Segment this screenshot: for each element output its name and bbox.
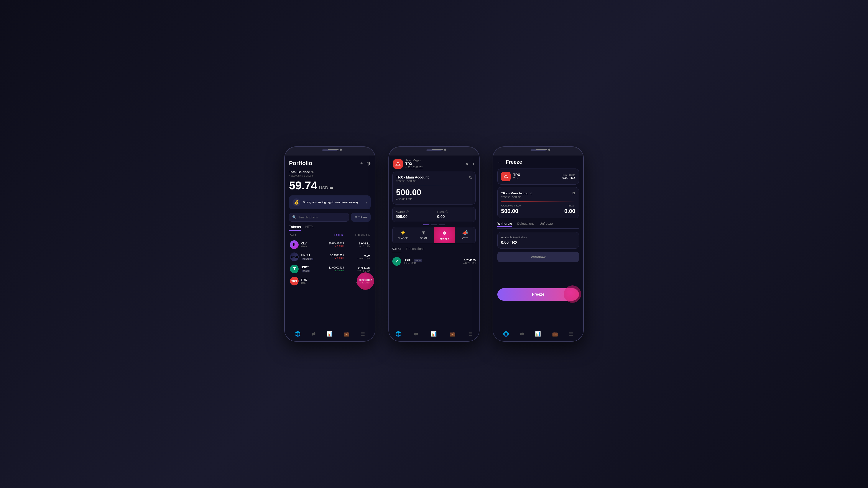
nav-chart-2[interactable]: 📊 (431, 331, 437, 337)
tab-coins[interactable]: Coins (392, 247, 401, 252)
token-row-trx[interactable]: TRX TRX Tron 500.00 = 50.80 USD $0.10161… (289, 275, 371, 287)
nav-wallet-3[interactable]: 💼 (552, 331, 558, 337)
slide-dot-1 (423, 225, 429, 225)
usdt-value-col: 0.754125 = 0.75 USD (344, 266, 370, 272)
freeze-top-card: TRX Tron Total Frozen 0.00 TRX (497, 168, 579, 185)
oneinch-logo: 1INCH (290, 253, 299, 261)
nav-menu-2[interactable]: ☰ (468, 331, 473, 337)
freeze-cta: Freeze (497, 288, 579, 301)
oneinch-info: 1INCH POLYGON (301, 253, 318, 260)
token-row-usdt[interactable]: ₮ USDT TRC20 $1.00002914 ▲ 0.58% 0.75412… (289, 263, 371, 275)
th-price[interactable]: Price ⇅ (317, 233, 343, 236)
th-name[interactable]: A/Z ↕ (290, 233, 317, 236)
coin-tabs-row: Coins Transactions (389, 247, 479, 252)
oneinch-value-col: 0.00 = 0.00 USD (344, 254, 370, 260)
back-button[interactable]: ← (497, 159, 502, 165)
search-icon: 🔍 (292, 215, 297, 219)
trx-header-info: Select Crypto TRX ≈ $0.10161262 (405, 159, 463, 169)
scan-label: SCAN (420, 237, 427, 239)
trx-header-logo (393, 159, 403, 169)
usdt-value-usd: = 0.75 USD (344, 269, 370, 272)
freeze-screen: ← Freeze TRX Tron Total Frozen (493, 156, 583, 341)
trx-action-bar: ⚡ CHARGE ⊞ SCAN ❄ FREEZE 📣 VOTE (392, 227, 476, 243)
freeze-acc-header: TRX - Main Account ⧉ (501, 191, 575, 195)
copy-icon-trx[interactable]: ⧉ (469, 175, 472, 180)
freeze-acc-addr: TBSD95...5CHnSP (501, 196, 575, 198)
klv-price-col: $0.00420879 ▼ 3.85% (318, 242, 344, 248)
copy-icon-freeze[interactable]: ⧉ (572, 191, 575, 195)
trx-sub: Tron (301, 282, 328, 284)
freeze-acc-title: TRX - Main Account (501, 191, 532, 195)
th-value[interactable]: Flat Value ⇅ (343, 233, 370, 236)
search-box[interactable]: 🔍 (289, 213, 349, 222)
info-icon-frozen: ⓘ (445, 210, 448, 214)
balance-edit-icon[interactable]: ✎ (311, 170, 314, 174)
status-dot-1 (340, 149, 342, 151)
nav-home-1[interactable]: 🌐 (295, 331, 301, 337)
info-icon-available: ⓘ (406, 210, 409, 214)
nav-menu-1[interactable]: ☰ (361, 331, 365, 337)
nav-chart-1[interactable]: 📊 (327, 331, 333, 337)
token-row-klv[interactable]: K KLV Klever $0.00420879 ▼ 3.85% 1,944.1… (289, 238, 371, 251)
trx-card-amount: 500.00 (396, 188, 472, 197)
status-bar-3 (521, 149, 556, 151)
klv-value-col: 1,944.11 = 8.18 USD (344, 242, 370, 248)
klv-value-usd: = 8.18 USD (344, 245, 370, 248)
freeze-top-info: TRX Tron (513, 173, 559, 180)
notch-2 (416, 147, 452, 153)
tokens-btn[interactable]: ⊞ Tokens (351, 213, 371, 222)
tab-withdraw[interactable]: Withdraw (497, 222, 512, 227)
freeze-icon: ❄ (442, 230, 447, 237)
trx-card-title: TRX - Main Account (396, 175, 429, 180)
nav-swap-2[interactable]: ⇄ (414, 331, 418, 337)
tab-tokens[interactable]: Tokens (289, 225, 301, 231)
nav-menu-3[interactable]: ☰ (569, 331, 573, 337)
withdraw-button[interactable]: Withdraw (497, 252, 579, 262)
tab-unfreeze[interactable]: Unfreeze (540, 222, 553, 227)
freeze-btn[interactable]: ❄ FREEZE (434, 227, 455, 243)
nav-chart-3[interactable]: 📊 (535, 331, 541, 337)
usdt-val-main: 0.754125 (463, 259, 476, 262)
status-dot-3 (548, 149, 550, 151)
vote-btn[interactable]: 📣 VOTE (455, 227, 476, 243)
chevron-down-icon[interactable]: ∨ (465, 161, 469, 167)
trx-header-name: TRX (405, 162, 463, 166)
usdt-logo: ₮ (290, 265, 299, 273)
tab-transactions[interactable]: Transactions (406, 247, 424, 252)
scan-btn[interactable]: ⊞ SCAN (413, 227, 434, 243)
trx-svg-icon (395, 161, 401, 167)
usdt-price-col: $1.00002914 ▲ 0.58% (318, 266, 344, 272)
search-row: 🔍 ⊞ Tokens (289, 213, 371, 222)
freeze-amounts: Available to freeze 500.00 Frozen 0.00 (501, 204, 575, 215)
balance-value: 59.74 (289, 179, 317, 192)
pie-icon[interactable]: ◑ (367, 161, 371, 166)
charge-btn[interactable]: ⚡ CHARGE (392, 227, 413, 243)
search-input[interactable] (299, 216, 346, 219)
withdraw-label: Available to withdraw (501, 236, 575, 239)
usdt-value: 0.754125 (344, 266, 370, 269)
status-bar-2 (416, 149, 452, 151)
status-center-1 (328, 149, 342, 151)
nav-home-3[interactable]: 🌐 (503, 331, 509, 337)
promo-banner[interactable]: 💰 Buying and selling crypto was never so… (289, 195, 371, 209)
usdt-name: USDT TRC20 (301, 265, 318, 272)
usdt-coin-name: USDT TRC20 (404, 258, 461, 262)
add-icon-trx[interactable]: + (472, 162, 475, 167)
status-pill-1 (328, 149, 339, 150)
total-balance-label: Total Balance ✎ (289, 170, 371, 174)
nav-home-2[interactable]: 🌐 (395, 331, 401, 337)
vote-icon: 📣 (462, 230, 468, 235)
tab-delegations[interactable]: Delegations (517, 222, 534, 227)
bottom-nav-2: 🌐 ⇄ 📊 💼 ☰ (389, 328, 479, 341)
trx-bubble-price: $0.10161262 (359, 279, 372, 281)
add-icon[interactable]: + (360, 161, 363, 166)
klv-change: ▼ 3.85% (318, 245, 344, 248)
status-bar-1 (312, 149, 347, 151)
token-row-1inch[interactable]: 1INCH 1INCH POLYGON $0.3582753 ▼ 0.85% 0… (289, 251, 371, 263)
nav-swap-3[interactable]: ⇄ (520, 331, 524, 337)
nav-wallet-1[interactable]: 💼 (344, 331, 349, 337)
nav-swap-1[interactable]: ⇄ (312, 331, 315, 337)
coin-list-item-usdt[interactable]: ₮ USDT TRC20 Tether USD 0.754125 = 0.75 … (389, 255, 479, 268)
nav-wallet-2[interactable]: 💼 (450, 331, 456, 337)
tab-nfts[interactable]: NFTs (305, 225, 313, 231)
